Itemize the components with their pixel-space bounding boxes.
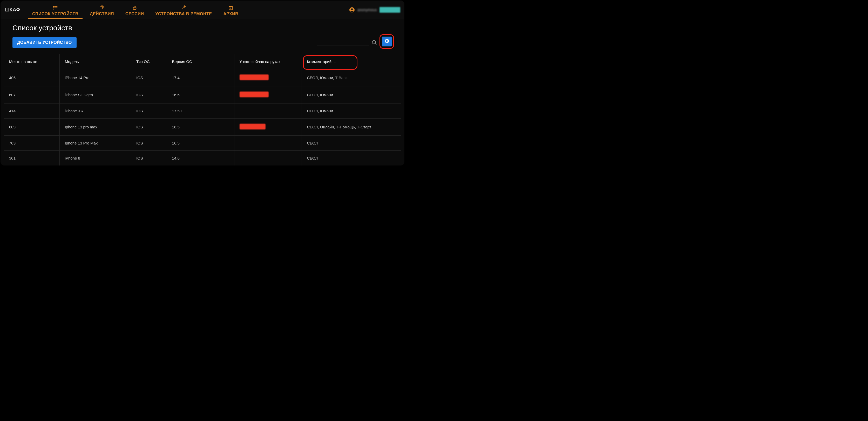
nav-tab-archive[interactable]: АРХИВ [218,1,244,19]
nav: СПИСОК УСТРОЙСТВДЕЙСТВИЯСЕССИИУСТРОЙСТВА… [27,1,244,19]
table-row[interactable]: 406iPhone 14 ProIOS17.4СБОЛ, Юмани, T-Ba… [4,69,401,86]
nav-tab-devices[interactable]: СПИСОК УСТРОЙСТВ [27,1,84,19]
topbar: ШКАФ СПИСОК УСТРОЙСТВДЕЙСТВИЯСЕССИИУСТРО… [1,1,404,19]
table-settings-button[interactable] [382,37,392,46]
table-row[interactable]: 609Iphone 13 pro maxIOS16.5СБОЛ, Онлайн,… [4,119,401,136]
search-input[interactable] [317,40,369,45]
fingerprint-icon [99,5,105,11]
cell-comment: СБОЛ [302,136,401,151]
svg-rect-7 [229,6,233,7]
cell-location: 406 [4,69,59,86]
lock-icon [132,5,137,11]
user-circle-icon [349,7,355,13]
cell-holder [234,151,302,166]
redacted-holder [240,92,269,97]
page-header: Список устройств ДОБАВИТЬ УСТРОЙСТВО [1,19,404,51]
svg-rect-6 [133,7,136,9]
nav-tab-label: СПИСОК УСТРОЙСТВ [32,12,79,17]
cell-os-type: IOS [131,69,167,86]
cell-os-version: 16.5 [167,119,234,136]
cell-location: 301 [4,151,59,166]
svg-rect-4 [54,7,57,8]
svg-rect-5 [54,9,57,9]
cell-comment: СБОЛ, Юмани [302,86,401,103]
svg-rect-1 [53,7,54,8]
app-title: ШКАФ [5,7,20,13]
archive-icon [228,5,234,11]
cell-os-type: IOS [131,136,167,151]
nav-tab-label: ДЕЙСТВИЯ [90,12,114,17]
table-header-row: Место на полке Модель Тип ОС Версия ОС У… [4,54,401,69]
cell-location: 414 [4,103,59,119]
redacted-holder [240,124,266,129]
nav-tab-sessions[interactable]: СЕССИИ [120,1,150,19]
wrench-icon [181,5,186,11]
cell-os-type: IOS [131,151,167,166]
cell-os-type: IOS [131,119,167,136]
cell-holder [234,86,302,103]
cell-model: iPhone 14 Pro [59,69,131,86]
gear-icon [384,38,390,45]
nav-tab-repair[interactable]: УСТРОЙСТВА В РЕМОНТЕ [150,1,218,19]
search-icon[interactable] [371,39,377,46]
cell-holder [234,136,302,151]
col-header-holder[interactable]: У кого сейчас на руках [234,54,302,69]
col-header-location[interactable]: Место на полке [4,54,59,69]
sort-desc-icon: ↓ [334,60,336,64]
cell-holder [234,119,302,136]
cell-model: iPhone SE 2gen [59,86,131,103]
list-icon [53,5,58,11]
cell-model: Iphone 13 Pro Max [59,136,131,151]
settings-highlight [379,34,394,49]
cell-comment: СБОЛ [302,151,401,166]
user-name[interactable]: anonymous [358,8,377,12]
svg-point-10 [351,8,353,10]
cell-os-version: 17.5.1 [167,103,234,119]
cell-os-type: IOS [131,86,167,103]
cell-holder [234,103,302,119]
col-header-os-type[interactable]: Тип ОС [131,54,167,69]
svg-rect-2 [53,9,54,9]
cell-os-version: 17.4 [167,69,234,86]
cell-location: 607 [4,86,59,103]
cell-comment: СБОЛ, Юмани [302,103,401,119]
user-area: anonymous [349,7,400,13]
svg-line-12 [375,43,376,44]
device-table: Место на полке Модель Тип ОС Версия ОС У… [4,54,401,165]
col-header-comment[interactable]: Комментарий ↓ [302,54,401,69]
cell-location: 609 [4,119,59,136]
table-row[interactable]: 703Iphone 13 Pro MaxIOS16.5СБОЛ [4,136,401,151]
table-row[interactable]: 301iPhone 8IOS14.6СБОЛ [4,151,401,166]
add-device-button[interactable]: ДОБАВИТЬ УСТРОЙСТВО [12,37,76,48]
cell-os-version: 16.5 [167,86,234,103]
table-row[interactable]: 414iPhone XRIOS17.5.1СБОЛ, Юмани [4,103,401,119]
cell-comment: СБОЛ, Онлайн, Т-Помощь, Т-Старт [302,119,401,136]
cell-os-version: 14.6 [167,151,234,166]
page-title: Список устройств [12,24,394,32]
cell-os-type: IOS [131,103,167,119]
cell-model: Iphone 13 pro max [59,119,131,136]
nav-tab-actions[interactable]: ДЕЙСТВИЯ [84,1,120,19]
table-row[interactable]: 607iPhone SE 2genIOS16.5СБОЛ, Юмани [4,86,401,103]
user-chip[interactable] [379,7,400,13]
cell-location: 703 [4,136,59,151]
nav-tab-label: АРХИВ [223,12,239,17]
cell-os-version: 16.5 [167,136,234,151]
nav-tab-label: СЕССИИ [125,12,144,17]
col-header-comment-label: Комментарий [307,59,332,64]
col-header-os-version[interactable]: Версия ОС [167,54,234,69]
svg-rect-3 [54,6,57,7]
svg-point-11 [372,40,376,44]
redacted-holder [240,74,269,80]
cell-model: iPhone XR [59,103,131,119]
col-header-model[interactable]: Модель [59,54,131,69]
svg-rect-0 [53,6,54,7]
nav-tab-label: УСТРОЙСТВА В РЕМОНТЕ [155,12,212,17]
cell-comment: СБОЛ, Юмани, T-Bank [302,69,401,86]
cell-model: iPhone 8 [59,151,131,166]
cell-holder [234,69,302,86]
table-body: 406iPhone 14 ProIOS17.4СБОЛ, Юмани, T-Ba… [4,69,401,166]
